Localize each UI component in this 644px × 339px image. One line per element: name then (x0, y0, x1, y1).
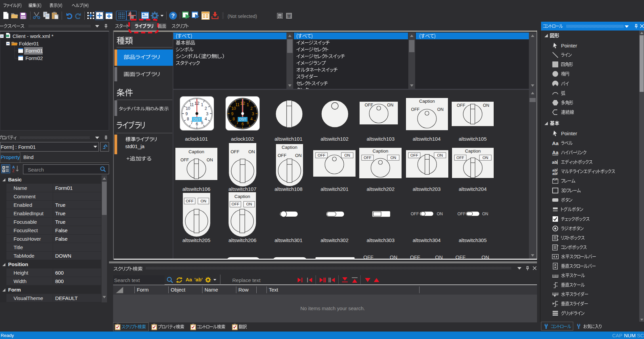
svg-text:OFF: OFF (231, 149, 239, 154)
svg-text:ON: ON (437, 107, 444, 112)
svg-text:Caption: Caption (234, 194, 250, 199)
svg-text:6: 6 (196, 122, 198, 126)
svg-text:2: 2 (251, 106, 253, 111)
svg-text:9: 9 (231, 112, 234, 116)
svg-text:OFF: OFF (457, 103, 465, 108)
svg-text:Caption: Caption (465, 148, 481, 154)
svg-text:OFF: OFF (318, 153, 325, 157)
svg-text:Aa: Aa (552, 150, 559, 155)
svg-text:DST: DST (193, 117, 201, 121)
svg-text:ON: ON (295, 153, 302, 158)
svg-text:9: 9 (186, 112, 188, 116)
svg-text:ON: ON (344, 153, 350, 157)
svg-text:Caption: Caption (419, 99, 435, 104)
svg-text:8: 8 (187, 117, 189, 121)
svg-text:8: 8 (233, 117, 235, 121)
svg-text:OFF: OFF (186, 199, 194, 203)
svg-text:1: 1 (246, 102, 249, 107)
svg-text:6: 6 (241, 122, 244, 126)
svg-text:3: 3 (252, 112, 254, 116)
svg-text:ON: ON (482, 156, 488, 160)
svg-text:OFF: OFF (364, 156, 371, 160)
svg-text:4: 4 (251, 117, 253, 121)
svg-text:ON: ON (200, 199, 206, 203)
svg-text:11: 11 (190, 102, 194, 107)
svg-text:Caption: Caption (282, 145, 298, 150)
svg-text:1: 1 (201, 102, 203, 107)
svg-text:OFF: OFF (456, 156, 464, 160)
svg-text:4: 4 (205, 117, 207, 121)
svg-text:Z: Z (12, 169, 15, 173)
svg-text:2: 2 (205, 106, 207, 111)
svg-text:ON: ON (390, 156, 396, 160)
svg-text:T: T (287, 14, 291, 19)
svg-text:Aa: Aa (552, 140, 559, 146)
svg-text:OFF: OFF (410, 153, 418, 157)
svg-text:ON: ON (246, 202, 252, 206)
svg-text:OFF: OFF (411, 107, 420, 112)
svg-text:Caption: Caption (372, 148, 388, 154)
svg-text:Caption: Caption (189, 149, 205, 154)
svg-text:ON: ON (437, 153, 443, 157)
svg-text:ON: ON (483, 103, 489, 108)
svg-text:11: 11 (235, 102, 240, 107)
svg-text:xyz: xyz (553, 178, 558, 181)
svg-text:ab: ab (552, 171, 557, 175)
svg-text:DST: DST (239, 117, 246, 121)
svg-text:OFF: OFF (278, 153, 286, 158)
svg-text:OFF: OFF (232, 202, 239, 206)
svg-text:3: 3 (206, 112, 209, 116)
svg-text:ON: ON (249, 149, 255, 154)
svg-text:ON: ON (387, 103, 393, 107)
svg-text:?: ? (171, 13, 175, 19)
svg-text:ON: ON (207, 158, 213, 162)
svg-text:OFF: OFF (180, 158, 189, 162)
svg-text:ab: ab (552, 160, 557, 165)
